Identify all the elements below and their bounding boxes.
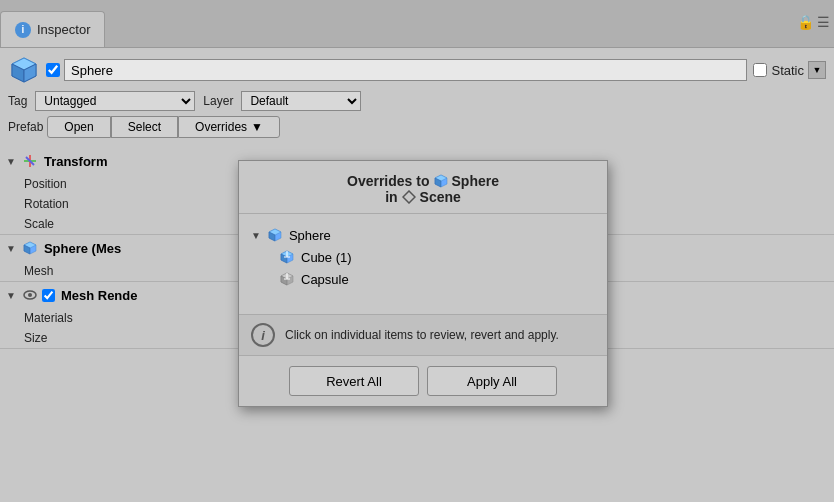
sphere-mesh-label: Sphere (Mes	[44, 241, 121, 256]
overrides-scene-name: Scene	[420, 189, 461, 205]
prefab-open-button[interactable]: Open	[47, 116, 110, 138]
prefab-select-button[interactable]: Select	[111, 116, 178, 138]
mesh-icon	[22, 240, 38, 256]
sphere-tree-icon	[267, 227, 283, 243]
prefab-row: Prefab Open Select Overrides ▼	[8, 116, 826, 138]
object-name-field[interactable]	[64, 59, 747, 81]
overrides-dropdown-arrow: ▼	[251, 120, 263, 134]
mesh-renderer-arrow: ▼	[6, 290, 16, 301]
tag-label: Tag	[8, 94, 27, 108]
inspector-panel: i Inspector 🔒 ☰ Static ▼	[0, 0, 834, 502]
overrides-header: Overrides to Sphere in Scene	[239, 161, 607, 214]
menu-icon[interactable]: ☰	[817, 14, 830, 30]
inspector-tab[interactable]: i Inspector	[0, 11, 105, 47]
tree-capsule-label: Capsule	[301, 272, 349, 287]
info-bar: i Click on individual items to review, r…	[239, 314, 607, 356]
sphere-mesh-arrow: ▼	[6, 243, 16, 254]
mesh-renderer-icons	[22, 287, 55, 303]
revert-all-button[interactable]: Revert All	[289, 366, 419, 396]
tree-cube-label: Cube (1)	[301, 250, 352, 265]
tag-select[interactable]: Untagged	[35, 91, 195, 111]
inspector-tab-label: Inspector	[37, 22, 90, 37]
transform-arrow: ▼	[6, 156, 16, 167]
static-label: Static	[771, 63, 804, 78]
tree-sphere-label: Sphere	[289, 228, 331, 243]
info-text: Click on individual items to review, rev…	[285, 328, 559, 342]
static-dropdown[interactable]: ▼	[808, 61, 826, 79]
tag-layer-row: Tag Untagged Layer Default	[8, 91, 826, 111]
name-row: Static ▼	[8, 54, 826, 86]
overrides-target-name: Sphere	[452, 173, 499, 189]
capsule-tree-icon	[279, 271, 295, 287]
mesh-renderer-label: Mesh Rende	[61, 288, 138, 303]
overrides-cube-icon	[434, 174, 448, 188]
mesh-renderer-checkbox[interactable]	[42, 289, 55, 302]
overrides-dropdown: Overrides to Sphere in Scene ▼	[238, 160, 608, 407]
tree-item-cube[interactable]: Cube (1)	[251, 246, 595, 268]
tab-bar: i Inspector 🔒 ☰	[0, 0, 834, 48]
apply-all-button[interactable]: Apply All	[427, 366, 557, 396]
overrides-buttons: Revert All Apply All	[239, 356, 607, 406]
overrides-title-line1: Overrides to Sphere	[347, 173, 499, 189]
info-icon: i	[251, 323, 275, 347]
svg-point-11	[28, 293, 32, 297]
lock-icon[interactable]: 🔒	[797, 14, 814, 30]
overrides-prefix: Overrides to	[347, 173, 429, 189]
layer-label: Layer	[203, 94, 233, 108]
scene-icon	[402, 190, 416, 204]
tree-item-sphere[interactable]: ▼ Sphere	[251, 224, 595, 246]
prefab-label: Prefab	[8, 120, 43, 134]
tree-item-capsule[interactable]: Capsule	[251, 268, 595, 290]
overrides-title-line2: in Scene	[385, 189, 461, 205]
active-checkbox[interactable]	[46, 63, 60, 77]
top-area: Static ▼ Tag Untagged Layer Default Pref…	[0, 48, 834, 148]
sphere-tree-arrow: ▼	[251, 230, 261, 241]
object-icon	[8, 54, 40, 86]
cube1-tree-icon	[279, 249, 295, 265]
transform-label: Transform	[44, 154, 108, 169]
svg-marker-15	[403, 191, 415, 203]
layer-select[interactable]: Default	[241, 91, 361, 111]
overrides-tree: ▼ Sphere Cube (1)	[239, 214, 607, 314]
static-row: Static ▼	[753, 61, 826, 79]
inspector-tab-icon: i	[15, 22, 31, 38]
overrides-scene-prefix: in	[385, 189, 397, 205]
prefab-overrides-label: Overrides	[195, 120, 247, 134]
eye-icon	[22, 287, 38, 303]
static-checkbox[interactable]	[753, 63, 767, 77]
prefab-overrides-button[interactable]: Overrides ▼	[178, 116, 280, 138]
checkbox-name	[46, 59, 747, 81]
transform-icon	[22, 153, 38, 169]
